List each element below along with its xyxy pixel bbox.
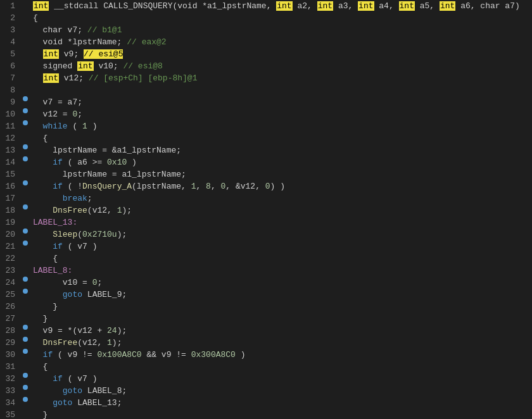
code-content: int v12; // [esp+Ch] [ebp-8h]@1: [30, 72, 532, 84]
breakpoint-dot: [23, 289, 28, 294]
code-content: goto LABEL_9;: [30, 289, 532, 301]
breakpoint-area[interactable]: [20, 325, 30, 330]
breakpoint-area[interactable]: [20, 349, 30, 354]
line-number: 19: [0, 216, 20, 228]
line-number: 33: [0, 385, 20, 397]
breakpoint-dot: [23, 325, 28, 330]
code-content: if ( a6 >= 0x10 ): [30, 156, 532, 168]
line-number: 28: [0, 325, 20, 337]
breakpoint-dot: [23, 120, 28, 125]
line-number: 18: [0, 204, 20, 216]
code-content: goto LABEL_13;: [30, 397, 532, 409]
code-content: if ( v7 ): [30, 241, 532, 253]
line-number: 7: [0, 72, 20, 84]
code-content: }: [30, 313, 532, 325]
line-number: 2: [0, 12, 20, 24]
line-number: 20: [0, 228, 20, 241]
line-number: 21: [0, 241, 20, 253]
breakpoint-area[interactable]: [20, 144, 30, 149]
code-content: {: [30, 132, 532, 144]
line-number: 8: [0, 84, 20, 96]
code-content: v9 = *(v12 + 24);: [30, 325, 532, 337]
code-line: 9 v7 = a7;: [0, 96, 532, 108]
code-line: 29 DnsFree(v12, 1);: [0, 337, 532, 349]
breakpoint-area[interactable]: [20, 228, 30, 234]
line-number: 22: [0, 253, 20, 265]
line-number: 34: [0, 397, 20, 409]
line-number: 26: [0, 301, 20, 313]
breakpoint-area[interactable]: [20, 180, 30, 185]
code-content: {: [30, 253, 532, 265]
breakpoint-dot: [23, 349, 28, 354]
code-line: 23LABEL_8:: [0, 265, 532, 277]
code-line: 24 v10 = 0;: [0, 277, 532, 289]
code-content: {: [30, 361, 532, 373]
code-content: {: [30, 12, 532, 24]
breakpoint-dot: [23, 228, 28, 234]
code-line: 4 void *lpstrName; // eax@2: [0, 36, 532, 48]
code-content: lpstrName = &a1_lpstrName;: [30, 144, 532, 156]
code-line: 15 lpstrName = a1_lpstrName;: [0, 168, 532, 180]
line-number: 9: [0, 96, 20, 108]
breakpoint-area[interactable]: [20, 385, 30, 390]
code-content: goto LABEL_8;: [30, 385, 532, 397]
code-content: int v9; // esi@5: [30, 48, 532, 60]
breakpoint-dot: [23, 144, 28, 149]
code-content: char v7; // b1@1: [30, 24, 532, 36]
code-content: lpstrName = a1_lpstrName;: [30, 168, 532, 180]
code-line: 10 v12 = 0;: [0, 108, 532, 120]
line-number: 11: [0, 120, 20, 132]
code-line: 27 }: [0, 313, 532, 325]
code-content: if ( v7 ): [30, 373, 532, 385]
code-line: 17 break;: [0, 192, 532, 204]
line-number: 32: [0, 373, 20, 385]
breakpoint-area[interactable]: [20, 96, 30, 101]
breakpoint-area[interactable]: [20, 397, 30, 402]
line-number: 14: [0, 156, 20, 168]
code-line: 30 if ( v9 != 0x100A8C0 && v9 != 0x300A8…: [0, 349, 532, 361]
line-number: 5: [0, 48, 20, 60]
code-content: void *lpstrName; // eax@2: [30, 36, 532, 48]
code-line: 18 DnsFree(v12, 1);: [0, 204, 532, 216]
line-number: 30: [0, 349, 20, 361]
breakpoint-dot: [23, 277, 28, 282]
code-line: 13 lpstrName = &a1_lpstrName;: [0, 144, 532, 156]
breakpoint-dot: [23, 96, 28, 101]
breakpoint-dot: [23, 108, 28, 113]
breakpoint-area[interactable]: [20, 277, 30, 282]
code-line: 8: [0, 84, 532, 96]
code-line: 2{: [0, 12, 532, 24]
code-content: v10 = 0;: [30, 277, 532, 289]
code-view: 1int __stdcall CALLS_DNSQUERY(void *a1_l…: [0, 0, 532, 419]
line-number: 25: [0, 289, 20, 301]
code-content: LABEL_8:: [30, 265, 532, 277]
breakpoint-area[interactable]: [20, 108, 30, 113]
line-number: 13: [0, 144, 20, 156]
line-number: 17: [0, 192, 20, 204]
breakpoint-dot: [23, 180, 28, 185]
line-number: 31: [0, 361, 20, 373]
line-number: 3: [0, 24, 20, 36]
code-line: 11 while ( 1 ): [0, 120, 532, 132]
code-line: 5 int v9; // esi@5: [0, 48, 532, 60]
code-line: 7 int v12; // [esp+Ch] [ebp-8h]@1: [0, 72, 532, 84]
line-number: 29: [0, 337, 20, 349]
code-line: 34 goto LABEL_13;: [0, 397, 532, 409]
breakpoint-area[interactable]: [20, 241, 30, 246]
line-number: 10: [0, 108, 20, 120]
code-line: 19LABEL_13:: [0, 216, 532, 228]
code-content: DnsFree(v12, 1);: [30, 204, 532, 216]
code-content: Sleep(0x2710u);: [30, 228, 532, 241]
breakpoint-area[interactable]: [20, 204, 30, 210]
code-line: 31 {: [0, 361, 532, 373]
code-content: if ( v9 != 0x100A8C0 && v9 != 0x300A8C0 …: [30, 349, 532, 361]
breakpoint-area[interactable]: [20, 289, 30, 294]
code-content: v7 = a7;: [30, 96, 532, 108]
line-number: 12: [0, 132, 20, 144]
code-content: DnsFree(v12, 1);: [30, 337, 532, 349]
breakpoint-area[interactable]: [20, 337, 30, 342]
breakpoint-area[interactable]: [20, 156, 30, 161]
breakpoint-area[interactable]: [20, 373, 30, 378]
code-line: 25 goto LABEL_9;: [0, 289, 532, 301]
breakpoint-area[interactable]: [20, 120, 30, 125]
